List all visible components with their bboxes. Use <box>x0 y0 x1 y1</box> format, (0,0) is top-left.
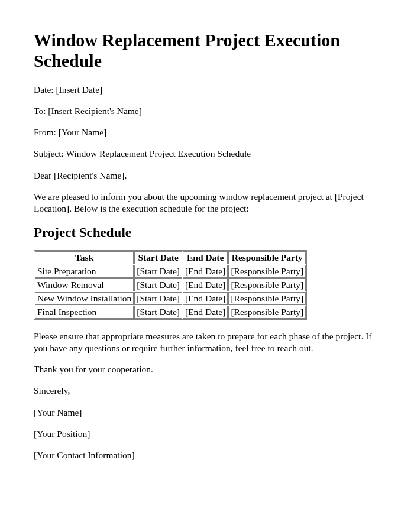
cell-end: [End Date] <box>183 306 228 319</box>
document-container: Window Replacement Project Execution Sch… <box>11 11 403 520</box>
cell-end: [End Date] <box>183 278 228 291</box>
signoff: Sincerely, <box>34 385 380 397</box>
table-row: Final Inspection [Start Date] [End Date]… <box>35 306 306 319</box>
table-row: Window Removal [Start Date] [End Date] [… <box>35 278 306 291</box>
cell-start: [Start Date] <box>134 278 182 291</box>
signature-contact: [Your Contact Information] <box>34 449 380 461</box>
cell-start: [Start Date] <box>134 292 182 305</box>
intro-paragraph: We are pleased to inform you about the u… <box>34 191 380 215</box>
salutation: Dear [Recipient's Name], <box>34 170 380 181</box>
cell-party: [Responsible Party] <box>228 292 306 305</box>
signature-position: [Your Position] <box>34 428 380 440</box>
table-row: New Window Installation [Start Date] [En… <box>35 292 306 305</box>
cell-party: [Responsible Party] <box>228 265 306 278</box>
cell-party: [Responsible Party] <box>228 306 306 319</box>
table-header-row: Task Start Date End Date Responsible Par… <box>35 251 306 264</box>
col-party: Responsible Party <box>228 251 306 264</box>
schedule-table: Task Start Date End Date Responsible Par… <box>34 250 307 320</box>
subject-line: Subject: Window Replacement Project Exec… <box>34 148 380 160</box>
cell-task: Site Preparation <box>35 265 134 278</box>
signature-name: [Your Name] <box>34 407 380 419</box>
cell-start: [Start Date] <box>134 306 182 319</box>
cell-party: [Responsible Party] <box>228 278 306 291</box>
col-start: Start Date <box>134 251 182 264</box>
cell-end: [End Date] <box>183 292 228 305</box>
thanks-line: Thank you for your cooperation. <box>34 364 380 375</box>
page-title: Window Replacement Project Execution Sch… <box>34 30 380 71</box>
schedule-heading: Project Schedule <box>34 225 380 241</box>
cell-task: New Window Installation <box>35 292 134 305</box>
to-line: To: [Insert Recipient's Name] <box>34 105 380 117</box>
date-line: Date: [Insert Date] <box>34 84 380 96</box>
cell-task: Window Removal <box>35 278 134 291</box>
from-line: From: [Your Name] <box>34 126 380 138</box>
table-row: Site Preparation [Start Date] [End Date]… <box>35 265 306 278</box>
col-task: Task <box>35 251 134 264</box>
cell-task: Final Inspection <box>35 306 134 319</box>
cell-end: [End Date] <box>183 265 228 278</box>
closing-paragraph: Please ensure that appropriate measures … <box>34 330 380 354</box>
col-end: End Date <box>183 251 228 264</box>
cell-start: [Start Date] <box>134 265 182 278</box>
